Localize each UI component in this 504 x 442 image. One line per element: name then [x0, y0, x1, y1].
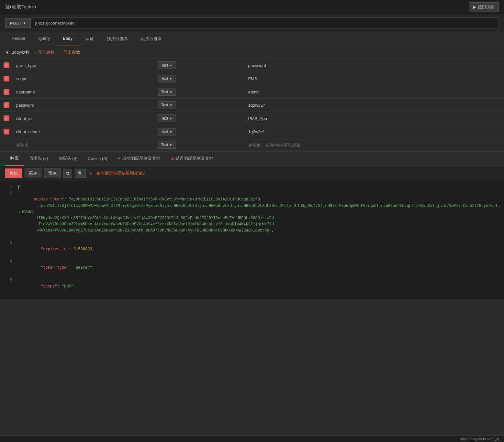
table-row: client_secret Text ▼ 1q2w3e*: [0, 125, 504, 138]
param-checkbox-2[interactable]: [4, 89, 9, 95]
table-row: client_id Text ▼ PMS_App: [0, 112, 504, 125]
tab-cookie[interactable]: Cookie (0): [83, 152, 112, 166]
copy-icon: ⧉: [66, 171, 69, 176]
json-line-1: 1 {: [0, 184, 504, 190]
top-bar: 登(获取Toekn) ▶ 接口说明: [0, 0, 504, 14]
line-content: "scope": "PMS": [17, 277, 73, 296]
method-selector[interactable]: POST ▼: [5, 18, 31, 28]
line-content: {: [17, 184, 20, 190]
raw-button[interactable]: 原生: [25, 168, 41, 178]
preview-button[interactable]: 预览: [44, 168, 61, 178]
table-row: username Text ▼ admin: [0, 85, 504, 99]
param-type-btn-6[interactable]: Text ▼: [158, 141, 176, 149]
param-checkbox-4[interactable]: [4, 115, 9, 121]
new-param-name-input[interactable]: [16, 143, 49, 147]
param-name-5: client_secret: [16, 129, 40, 134]
footer-url: https://blog.csdn.net/li_sj: [460, 437, 499, 441]
tab-success-example[interactable]: ✔ 成功响应示例及文档: [112, 152, 165, 166]
tab-response-headers[interactable]: 响应头 (6): [53, 152, 83, 166]
json-response-area: 1 { 2 "access_token": "eyJhbGciOiJSUzI1N…: [0, 181, 504, 299]
json-line-4: 4 "token_type": "Bearer",: [0, 259, 504, 277]
line-number: 5: [3, 277, 12, 296]
param-type-btn-0[interactable]: Text ▼: [158, 61, 176, 69]
tab-response[interactable]: 响应: [5, 152, 24, 166]
chevron-down-icon: ▼: [169, 117, 173, 120]
page-title: 登(获取Toekn): [5, 4, 36, 10]
chevron-down-icon: ▼: [169, 103, 173, 107]
param-checkbox-0[interactable]: [4, 62, 9, 68]
tab-post-script[interactable]: 后执行脚本: [134, 32, 168, 46]
line-number: 4: [3, 259, 12, 277]
new-param-value-input[interactable]: [248, 143, 313, 147]
beautify-button[interactable]: 美化: [5, 168, 22, 178]
bind-variable-link[interactable]: 如何绑定响应结果到变量?: [96, 170, 145, 176]
line-content: "access_token": "eyJhbGciOiJSUzI1NiIsImt…: [17, 190, 501, 240]
param-name-2: username: [16, 90, 35, 94]
table-row: Text ▼: [0, 138, 504, 152]
body-section-header: ▼ Body参数 ↑ 导入参数 ↓ 导出参数: [0, 46, 504, 59]
info-icon: ⚠: [88, 171, 92, 176]
param-type-btn-5[interactable]: Text ▼: [158, 128, 176, 135]
table-row: password Text ▼ 1q2w3E*: [0, 99, 504, 112]
param-name-4: client_id: [16, 116, 32, 121]
line-number: 2: [3, 190, 12, 240]
url-input[interactable]: [31, 17, 499, 28]
error-icon: ⚠: [171, 156, 174, 161]
line-content: "token_type": "Bearer",: [17, 259, 95, 277]
tab-header[interactable]: Header: [5, 32, 32, 46]
json-line-2: 2 "access_token": "eyJhbGciOiJSUzI1NiIsI…: [0, 190, 504, 240]
param-checkbox-5[interactable]: [4, 129, 9, 135]
table-row: grant_type Text ▼ password: [0, 59, 504, 72]
param-name-1: scope: [16, 76, 28, 81]
param-value-5: 1q2w3e*: [248, 129, 265, 134]
param-type-btn-1[interactable]: Text ▼: [158, 75, 176, 82]
request-tabs: Header Query Body 认证 预执行脚本 后执行脚本: [0, 32, 504, 46]
collapse-icon[interactable]: ▼: [5, 50, 9, 55]
tab-pre-script[interactable]: 预执行脚本: [100, 32, 134, 46]
api-doc-button[interactable]: ▶ 接口说明: [469, 2, 499, 12]
param-type-btn-4[interactable]: Text ▼: [158, 114, 176, 122]
table-row: scope Text ▼ PMS: [0, 72, 504, 85]
tab-auth[interactable]: 认证: [79, 32, 100, 46]
tab-request-headers[interactable]: 请求头 (6): [24, 152, 53, 166]
param-value-3: 1q2w3E*: [248, 103, 265, 108]
line-content: "expires_in": 31536000,: [17, 240, 95, 259]
tab-body[interactable]: Body: [56, 32, 79, 46]
success-icon: ✔: [118, 156, 121, 161]
play-icon: ▶: [473, 5, 476, 9]
chevron-down-icon: ▼: [169, 143, 173, 147]
footer-bar: https://blog.csdn.net/li_sj: [0, 435, 504, 442]
param-value-2: admin: [248, 90, 260, 94]
param-checkbox-3[interactable]: [4, 102, 9, 108]
line-number: 3: [3, 240, 12, 259]
params-table: grant_type Text ▼ password scope Text ▼ …: [0, 59, 504, 152]
tab-error-example[interactable]: ⚠ 错误响应示例及文档: [165, 152, 219, 166]
response-toolbar: 美化 原生 预览 ⧉ 🔍 ⚠ 如何绑定响应结果到变量?: [0, 166, 504, 181]
chevron-down-icon: ▼: [169, 77, 173, 81]
tab-query[interactable]: Query: [32, 32, 56, 46]
chevron-down-icon: ▼: [169, 90, 173, 94]
url-bar: POST ▼: [0, 14, 504, 32]
body-section-title: ▼ Body参数: [5, 49, 29, 55]
response-tabs: 响应 请求头 (6) 响应头 (6) Cookie (0) ✔ 成功响应示例及文…: [0, 152, 504, 166]
param-checkbox-1[interactable]: [4, 76, 9, 81]
chevron-down-icon: ▼: [169, 130, 173, 134]
param-type-btn-3[interactable]: Text ▼: [158, 101, 176, 109]
json-line-5: 5 "scope": "PMS": [0, 277, 504, 296]
param-type-btn-2[interactable]: Text ▼: [158, 88, 176, 96]
line-number: 1: [3, 184, 12, 190]
import-params-button[interactable]: ↑ 导入参数: [35, 49, 55, 55]
upload-icon: ↑: [35, 50, 37, 55]
chevron-down-icon: ▼: [23, 21, 26, 25]
param-value-4: PMS_App: [248, 116, 267, 121]
search-icon: 🔍: [78, 171, 83, 176]
param-value-0: password: [248, 63, 266, 68]
chevron-down-icon: ▼: [169, 64, 173, 67]
param-name-3: password: [16, 103, 34, 108]
export-params-button[interactable]: ↓ 导出参数: [60, 49, 80, 55]
json-line-3: 3 "expires_in": 31536000,: [0, 240, 504, 259]
copy-button[interactable]: ⧉: [63, 169, 72, 178]
param-name-0: grant_type: [16, 63, 36, 68]
download-icon: ↓: [60, 50, 62, 55]
search-button[interactable]: 🔍: [75, 169, 86, 178]
